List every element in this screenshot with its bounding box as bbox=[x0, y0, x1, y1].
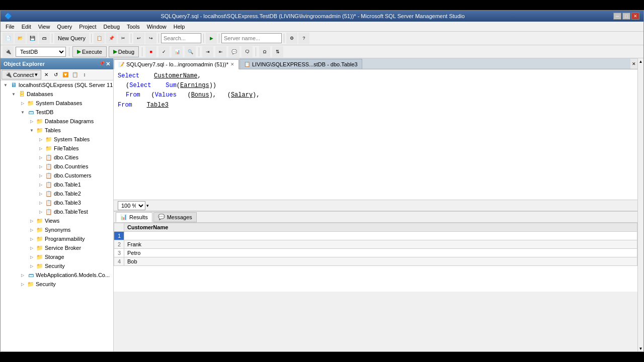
menu-tools[interactable]: Tools bbox=[124, 23, 143, 31]
zoom-select[interactable]: 100 % 75 % 125 % 150 % bbox=[118, 201, 145, 210]
tree-programmability[interactable]: ▷ 📁 Programmability bbox=[1, 234, 113, 243]
tabletest-expander: ▷ bbox=[37, 208, 45, 216]
db-toolbar: 🔌 TestDB master model ▶ Execute ▶ Debug … bbox=[1, 45, 643, 58]
tree-file-tables[interactable]: ▷ 📁 FileTables bbox=[1, 144, 113, 153]
table-row[interactable]: 4Bob bbox=[114, 257, 637, 266]
table1-expander: ▷ bbox=[37, 180, 45, 189]
menu-file[interactable]: File bbox=[3, 23, 18, 31]
copy-btn[interactable]: 📋 bbox=[94, 33, 105, 44]
stop-btn[interactable]: ■ bbox=[145, 46, 156, 57]
security-icon: 📁 bbox=[36, 262, 44, 270]
menu-project[interactable]: Project bbox=[76, 23, 99, 31]
oe-expand-btn[interactable]: ↕ bbox=[80, 70, 89, 79]
tree-system-tables[interactable]: ▷ 📁 System Tables bbox=[1, 135, 113, 144]
cut-btn[interactable]: ✂ bbox=[118, 33, 129, 44]
results-tab-results[interactable]: 📊 Results bbox=[116, 212, 152, 222]
table-row[interactable]: 1John bbox=[114, 232, 637, 240]
tree-storage[interactable]: ▷ 📁 Storage bbox=[1, 252, 113, 261]
menu-window[interactable]: Window bbox=[144, 23, 170, 31]
search-input[interactable] bbox=[161, 33, 201, 43]
tree-security2[interactable]: ▷ 📁 Security bbox=[1, 280, 113, 289]
close-oe-icon[interactable]: ✕ bbox=[106, 61, 110, 67]
scroll-up-arrow[interactable]: ▲ bbox=[638, 58, 644, 64]
window-title: SQLQuery7.sql - localhost\SQLExpress.Tes… bbox=[12, 13, 613, 19]
outdent-btn[interactable]: ⇤ bbox=[215, 46, 226, 57]
data-table: CustomerName 1John2Frank3Petro4Bob bbox=[114, 223, 637, 266]
tree-dbo-table1[interactable]: ▷ 📋 dbo.Table1 bbox=[1, 180, 113, 189]
sort-btn[interactable]: ⇅ bbox=[272, 46, 283, 57]
table-tab[interactable]: 📋 LIVING\SQLEXPRESS...stDB - dbo.Table3 bbox=[239, 59, 362, 69]
right-scrollbar[interactable]: ▲ ▼ bbox=[637, 58, 643, 351]
tree-dbo-cities[interactable]: ▷ 📋 dbo.Cities bbox=[1, 153, 113, 162]
query-tab-close[interactable]: ✕ bbox=[230, 62, 234, 67]
tree-dbo-tabletest[interactable]: ▷ 📋 dbo.TableTest bbox=[1, 207, 113, 216]
help-btn[interactable]: ? bbox=[298, 33, 309, 44]
table1-icon: 📋 bbox=[45, 180, 53, 189]
menu-debug[interactable]: Debug bbox=[101, 23, 123, 31]
tree-webapp[interactable]: ▷ 🗃 WebApplication6.Models.Co... bbox=[1, 270, 113, 280]
sql-editor[interactable]: Select CustomerName, (Select Sum(Earning… bbox=[114, 69, 637, 200]
oe-refresh-btn[interactable]: ↺ bbox=[51, 70, 60, 79]
parse-btn[interactable]: ✓ bbox=[158, 46, 170, 57]
tree-views[interactable]: ▷ 📁 Views bbox=[1, 216, 113, 225]
tab-close-right-btn[interactable]: ✕ bbox=[630, 59, 637, 69]
tree-dbo-countries[interactable]: ▷ 📋 dbo.Countries bbox=[1, 162, 113, 171]
connect-db-btn[interactable]: 🔌 bbox=[3, 46, 14, 57]
tree-system-databases[interactable]: ▷ 📁 System Databases bbox=[1, 99, 113, 108]
pin-icon[interactable]: 📌 bbox=[99, 61, 105, 67]
comment-btn[interactable]: 💬 bbox=[228, 46, 239, 57]
database-selector[interactable]: TestDB master model bbox=[16, 47, 66, 57]
sql-line-4: From Table3 bbox=[118, 101, 633, 110]
query-tab[interactable]: 📝 SQLQuery7.sql - lo...ingroomadmin (51)… bbox=[114, 59, 239, 69]
paste-btn[interactable]: 📌 bbox=[106, 33, 117, 44]
menu-view[interactable]: View bbox=[35, 23, 53, 31]
tree-security[interactable]: ▷ 📁 Security bbox=[1, 261, 113, 270]
save-all-btn[interactable]: 🗃 bbox=[39, 33, 50, 44]
save-btn[interactable]: 💾 bbox=[27, 33, 38, 44]
open-btn[interactable]: 📂 bbox=[15, 33, 26, 44]
redo-btn[interactable]: ↪ bbox=[145, 33, 156, 44]
connect-button[interactable]: 🔌 Connect ▾ bbox=[2, 70, 41, 79]
server-input[interactable] bbox=[221, 33, 282, 43]
run-btn[interactable]: ▶ bbox=[206, 33, 217, 44]
tree-server[interactable]: ▼ 🖥 localhost\SQLExpress (SQL Server 11.… bbox=[1, 80, 113, 89]
maximize-button[interactable]: □ bbox=[622, 13, 630, 20]
scroll-down-arrow[interactable]: ▼ bbox=[638, 345, 644, 351]
oe-filter-btn[interactable]: 🔽 bbox=[61, 70, 70, 79]
oe-summarize-btn[interactable]: 📋 bbox=[70, 70, 79, 79]
results-btn[interactable]: 📊 bbox=[172, 46, 183, 57]
tree-tables[interactable]: ▼ 📁 Tables bbox=[1, 126, 113, 135]
prog-icon: 📁 bbox=[36, 235, 44, 243]
new-query-btn[interactable]: New Query bbox=[54, 33, 89, 44]
show-estimated-plan[interactable]: 🔍 bbox=[185, 46, 196, 57]
menu-query[interactable]: Query bbox=[54, 23, 75, 31]
tree-databases[interactable]: ▼ 🗄 Databases bbox=[1, 89, 113, 99]
minimize-button[interactable]: ─ bbox=[613, 13, 621, 20]
tree-testdb[interactable]: ▼ 🗃 TestDB bbox=[1, 108, 113, 117]
tree-db-diagrams[interactable]: ▷ 📁 Database Diagrams bbox=[1, 117, 113, 126]
tree-service-broker[interactable]: ▷ 📁 Service Broker bbox=[1, 243, 113, 252]
tree-dbo-customers[interactable]: ▷ 📋 dbo.Customers bbox=[1, 171, 113, 180]
results-tab-messages[interactable]: 💬 Messages bbox=[153, 212, 197, 222]
new-file-btn[interactable]: 📄 bbox=[3, 33, 14, 44]
table-row[interactable]: 3Petro bbox=[114, 249, 637, 257]
server-expander: ▼ bbox=[2, 81, 10, 89]
tree-synonyms[interactable]: ▷ 📁 Synonyms bbox=[1, 225, 113, 234]
tree-dbo-table3[interactable]: ▷ 📋 dbo.Table3 bbox=[1, 198, 113, 207]
broker-expander: ▷ bbox=[28, 244, 36, 252]
uncomment-btn[interactable]: 🗨 bbox=[242, 46, 253, 57]
debug-button[interactable]: ▶ Debug bbox=[109, 46, 139, 57]
tree-dbo-table2[interactable]: ▷ 📋 dbo.Table2 bbox=[1, 189, 113, 198]
settings-btn[interactable]: ⚙ bbox=[286, 33, 297, 44]
table-row[interactable]: 2Frank bbox=[114, 240, 637, 249]
main-toolbar: 📄 📂 💾 🗃 New Query 📋 📌 ✂ ↩ ↪ ▶ ⚙ ? bbox=[1, 32, 643, 45]
editor-area: 📝 SQLQuery7.sql - lo...ingroomadmin (51)… bbox=[114, 58, 637, 351]
close-button[interactable]: ✕ bbox=[631, 13, 639, 20]
oe-disconnect-btn[interactable]: ✕ bbox=[42, 70, 51, 79]
menu-help[interactable]: Help bbox=[171, 23, 188, 31]
menu-edit[interactable]: Edit bbox=[19, 23, 34, 31]
indent-btn[interactable]: ⇥ bbox=[202, 46, 213, 57]
extra-btn[interactable]: Ω bbox=[259, 46, 270, 57]
execute-button[interactable]: ▶ Execute bbox=[72, 46, 107, 57]
undo-btn[interactable]: ↩ bbox=[133, 33, 144, 44]
